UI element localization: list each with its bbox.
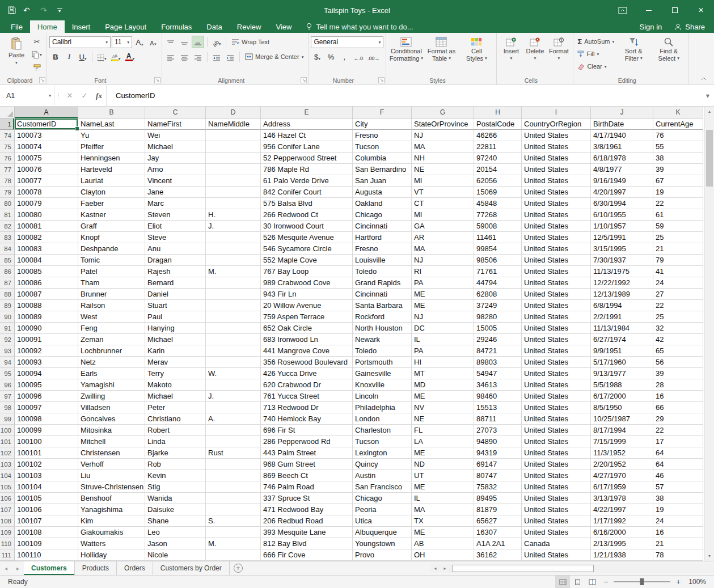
cell-G92[interactable]: IL [412, 334, 474, 345]
cell-K79[interactable]: 19 [653, 187, 703, 198]
cell-E76[interactable]: 52 Pepperwood Street [261, 153, 353, 164]
save-button[interactable] [5, 3, 19, 18]
cell-A103[interactable]: 100102 [15, 459, 78, 470]
italic-button[interactable]: I [63, 50, 75, 63]
cell-C90[interactable]: Paul [145, 311, 206, 323]
sheet-nav-left-button[interactable]: ◂ [0, 561, 12, 575]
font-size-select[interactable]: 11▾ [112, 36, 132, 48]
cell-A85[interactable]: 100084 [15, 255, 78, 266]
cell-B105[interactable]: Struve-Christensen [78, 481, 145, 493]
cell-A106[interactable]: 100105 [15, 493, 78, 504]
cell-J92[interactable]: 6/27/1974 [591, 334, 653, 345]
cell-I94[interactable]: United States [522, 357, 591, 368]
cell-G106[interactable]: IL [412, 493, 474, 504]
cell-I83[interactable]: United States [522, 232, 591, 243]
tab-review[interactable]: Review [230, 20, 269, 33]
cell-C78[interactable]: Vincent [145, 175, 206, 187]
cell-J82[interactable]: 1/10/1957 [591, 221, 653, 232]
cell-B76[interactable]: Henningsen [78, 153, 145, 164]
cell-F81[interactable]: Chicago [353, 209, 412, 221]
row-header-103[interactable]: 103 [0, 459, 15, 470]
cell-E95[interactable]: 426 Yucca Drive [261, 368, 353, 379]
cell-F74[interactable]: Fresno [353, 130, 412, 141]
cell-K74[interactable]: 76 [653, 130, 703, 141]
cell-I87[interactable]: United States [522, 277, 591, 289]
cell-H90[interactable]: 98280 [474, 311, 522, 323]
cell-D86[interactable]: M. [206, 266, 261, 277]
cell-C1[interactable]: NameFirst [145, 119, 206, 130]
cell-H92[interactable]: 29246 [474, 334, 522, 345]
cell-G89[interactable]: ME [412, 300, 474, 311]
sheet-tab-customers[interactable]: Customers [24, 561, 75, 575]
cell-E98[interactable]: 713 Redwood Dr [261, 402, 353, 413]
cell-G96[interactable]: MD [412, 379, 474, 391]
cell-A100[interactable]: 100099 [15, 425, 78, 436]
cell-H83[interactable]: 11461 [474, 232, 522, 243]
row-header-82[interactable]: 82 [0, 221, 15, 232]
cell-C102[interactable]: Bjarke [145, 447, 206, 459]
cell-B80[interactable]: Faeber [78, 198, 145, 209]
cell-G110[interactable]: AB [412, 538, 474, 549]
cell-A91[interactable]: 100090 [15, 323, 78, 334]
cell-D106[interactable] [206, 493, 261, 504]
cell-B97[interactable]: Zwilling [78, 391, 145, 402]
cell-C87[interactable]: Bernard [145, 277, 206, 289]
cell-D82[interactable]: J. [206, 221, 261, 232]
cell-C109[interactable]: Leo [145, 527, 206, 538]
cell-G109[interactable]: ME [412, 527, 474, 538]
cell-J1[interactable]: BirthDate [591, 119, 653, 130]
row-header-106[interactable]: 106 [0, 493, 15, 504]
zoom-slider[interactable] [614, 581, 670, 582]
cell-D97[interactable]: J. [206, 391, 261, 402]
cell-H85[interactable]: 98506 [474, 255, 522, 266]
cell-H109[interactable]: 16307 [474, 527, 522, 538]
cell-E107[interactable]: 471 Redwood Bay [261, 504, 353, 515]
scroll-down-button[interactable]: ▾ [705, 551, 714, 561]
cell-E85[interactable]: 552 Maple Cove [261, 255, 353, 266]
cell-D83[interactable] [206, 232, 261, 243]
cell-H86[interactable]: 71761 [474, 266, 522, 277]
row-header-95[interactable]: 95 [0, 368, 15, 379]
cell-B95[interactable]: Earls [78, 368, 145, 379]
cell-J96[interactable]: 5/5/1988 [591, 379, 653, 391]
sheet-nav-right-button[interactable]: ▸ [12, 561, 24, 575]
sign-in-button[interactable]: Sign in [640, 23, 662, 31]
cell-F82[interactable]: Cincinnati [353, 221, 412, 232]
row-header-74[interactable]: 74 [0, 130, 15, 141]
cell-J98[interactable]: 8/5/1950 [591, 402, 653, 413]
cell-H103[interactable]: 69147 [474, 459, 522, 470]
cell-E94[interactable]: 356 Rosewood Boulevard [261, 357, 353, 368]
cell-B94[interactable]: Netz [78, 357, 145, 368]
close-button[interactable]: ✕ [688, 0, 714, 20]
cell-D103[interactable] [206, 459, 261, 470]
paste-button[interactable]: Paste ▾ [3, 34, 29, 75]
cell-H89[interactable]: 37249 [474, 300, 522, 311]
cell-D92[interactable] [206, 334, 261, 345]
vertical-scroll-track[interactable] [705, 116, 714, 551]
cell-B101[interactable]: Mitchell [78, 436, 145, 447]
cell-E78[interactable]: 61 Palo Verde Drive [261, 175, 353, 187]
cell-E106[interactable]: 337 Spruce St [261, 493, 353, 504]
formula-bar-expand-button[interactable]: ▾ [702, 85, 714, 106]
cell-G87[interactable]: PA [412, 277, 474, 289]
row-header-87[interactable]: 87 [0, 277, 15, 289]
cell-H74[interactable]: 46266 [474, 130, 522, 141]
cell-C92[interactable]: Michael [145, 334, 206, 345]
cell-C94[interactable]: Merav [145, 357, 206, 368]
cell-I1[interactable]: CountryOrRegion [522, 119, 591, 130]
cell-D98[interactable] [206, 402, 261, 413]
row-header-107[interactable]: 107 [0, 504, 15, 515]
row-header-83[interactable]: 83 [0, 232, 15, 243]
cell-F77[interactable]: San Bernardino [353, 164, 412, 175]
cut-button[interactable]: ✂ [29, 36, 44, 48]
cell-F111[interactable]: Provo [353, 549, 412, 561]
formula-input[interactable]: CustomerID [107, 85, 702, 106]
cell-I109[interactable]: United States [522, 527, 591, 538]
cell-B87[interactable]: Tham [78, 277, 145, 289]
row-header-108[interactable]: 108 [0, 515, 15, 527]
cell-A1[interactable]: CustomerID [15, 119, 78, 130]
cell-A109[interactable]: 100108 [15, 527, 78, 538]
cell-H102[interactable]: 94319 [474, 447, 522, 459]
cell-D99[interactable]: A. [206, 413, 261, 425]
cell-C93[interactable]: Karin [145, 345, 206, 357]
